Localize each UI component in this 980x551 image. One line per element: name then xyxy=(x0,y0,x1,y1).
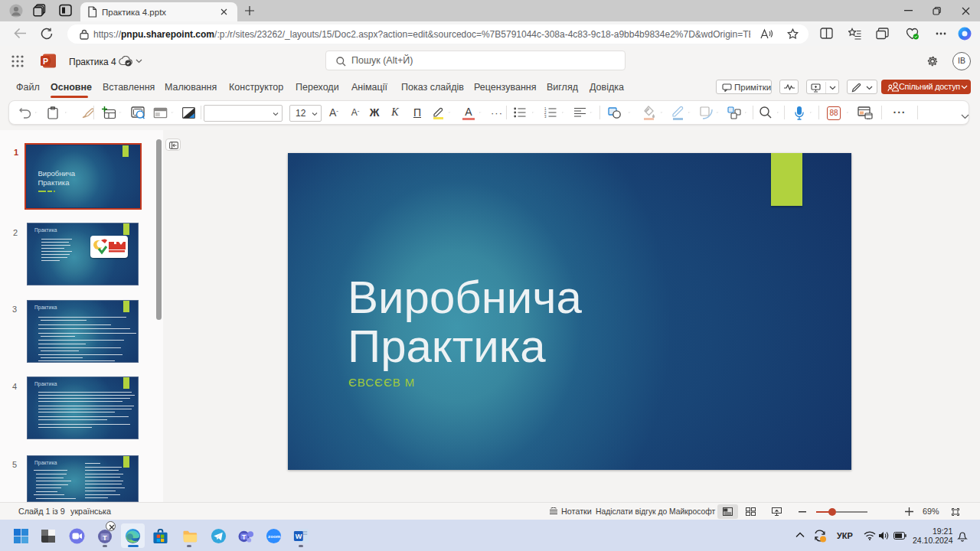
svg-text:T: T xyxy=(242,533,247,541)
svg-text:zoom: zoom xyxy=(268,533,281,539)
svg-text:3: 3 xyxy=(544,115,547,118)
svg-text:P: P xyxy=(43,57,48,66)
svg-text:W: W xyxy=(296,533,302,540)
svg-text:T: T xyxy=(103,533,107,542)
